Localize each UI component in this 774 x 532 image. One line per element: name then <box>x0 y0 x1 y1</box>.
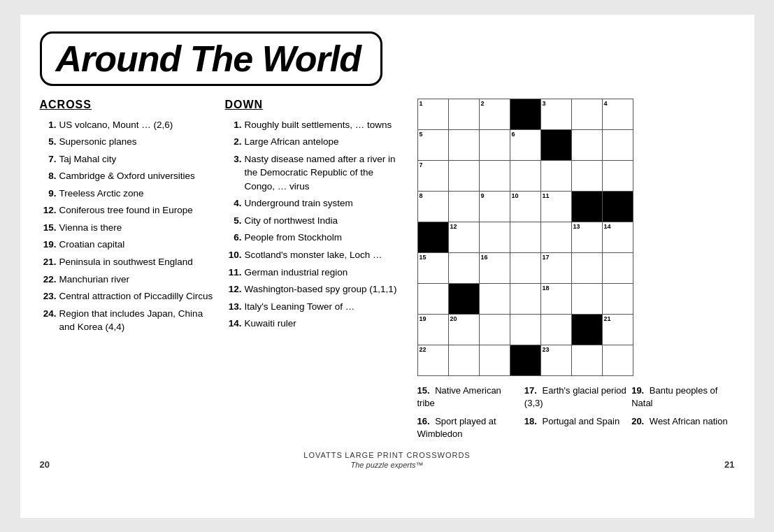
grid-cell[interactable] <box>540 160 571 191</box>
below-clue-18: 18. Portugal and Spain <box>524 415 627 440</box>
grid-cell[interactable] <box>479 222 510 252</box>
down-clue-12: 12. Washington-based spy group (1,1,1) <box>225 282 403 296</box>
across-clue-15: 15. Vienna is there <box>40 221 218 235</box>
grid-cell[interactable] <box>479 345 510 375</box>
below-clue-15: 15. Native American tribe <box>417 384 520 410</box>
grid-cell[interactable] <box>479 314 510 345</box>
grid-cell[interactable]: 19 <box>417 314 448 345</box>
across-clue-21: 21. Peninsula in southwest England <box>40 255 218 269</box>
across-heading: ACROSS <box>40 99 218 111</box>
grid-cell[interactable] <box>448 129 479 160</box>
grid-cell[interactable]: 17 <box>540 252 571 283</box>
grid-cell[interactable] <box>448 283 479 314</box>
grid-cell[interactable] <box>510 283 540 314</box>
grid-cell[interactable]: 15 <box>417 252 448 283</box>
grid-cell[interactable] <box>448 252 479 283</box>
grid-cell[interactable]: 9 <box>479 191 510 222</box>
grid-cell[interactable]: 7 <box>417 160 448 191</box>
grid-cell[interactable]: 20 <box>448 314 479 345</box>
below-clue-17: 17. Earth's glacial period (3,3) <box>524 384 627 410</box>
grid-cell[interactable]: 13 <box>571 222 602 252</box>
down-clue-1: 1. Roughly built settlements, … towns <box>225 118 403 132</box>
down-heading: DOWN <box>225 99 403 111</box>
down-clue-5: 5. City of northwest India <box>225 214 403 228</box>
grid-cell[interactable] <box>510 314 540 345</box>
across-clue-5: 5. Supersonic planes <box>40 135 218 149</box>
grid-cell[interactable]: 18 <box>540 283 571 314</box>
grid-cell[interactable] <box>510 345 540 375</box>
grid-cell[interactable] <box>540 129 571 160</box>
grid-cell[interactable]: 23 <box>540 345 571 375</box>
page-title: Around The World <box>56 38 361 79</box>
grid-cell[interactable]: 2 <box>479 99 510 129</box>
below-clue-19: 19. Bantu peoples of Natal <box>631 384 734 410</box>
across-clue-12: 12. Coniferous tree found in Europe <box>40 203 218 217</box>
across-clue-22: 22. Manchurian river <box>40 273 218 287</box>
grid-cell[interactable] <box>602 191 633 222</box>
below-grid-clues: 15. Native American tribe 17. Earth's gl… <box>417 384 735 441</box>
grid-cell[interactable] <box>479 283 510 314</box>
grid-cell[interactable]: 16 <box>479 252 510 283</box>
grid-cell[interactable] <box>571 191 602 222</box>
footer-right-page: 21 <box>724 459 734 470</box>
grid-cell[interactable]: 21 <box>602 314 633 345</box>
grid-cell[interactable] <box>540 222 571 252</box>
grid-cell[interactable] <box>448 191 479 222</box>
grid-cell[interactable] <box>602 345 633 375</box>
down-clue-11: 11. German industrial region <box>225 266 403 280</box>
grid-cell[interactable]: 6 <box>510 129 540 160</box>
grid-cell[interactable] <box>510 99 540 129</box>
grid-cell[interactable]: 11 <box>540 191 571 222</box>
grid-cell[interactable] <box>510 222 540 252</box>
across-clue-7: 7. Taj Mahal city <box>40 152 218 166</box>
grid-cell[interactable] <box>448 345 479 375</box>
grid-cell[interactable] <box>417 222 448 252</box>
footer-tagline: The puzzle experts™ <box>351 461 424 469</box>
across-clue-24: 24. Region that includes Japan, China an… <box>40 307 218 334</box>
grid-cell[interactable]: 8 <box>417 191 448 222</box>
grid-cell[interactable] <box>571 345 602 375</box>
across-clue-8: 8. Cambridge & Oxford universities <box>40 169 218 183</box>
grid-cell[interactable] <box>571 283 602 314</box>
grid-cell[interactable] <box>602 252 633 283</box>
grid-cell[interactable]: 4 <box>602 99 633 129</box>
title-box: Around The World <box>40 31 383 86</box>
down-clue-4: 4. Underground train system <box>225 196 403 210</box>
crossword-grid: 1234567891011121314151617181920212223 <box>417 99 633 376</box>
grid-cell[interactable] <box>448 99 479 129</box>
grid-cell[interactable] <box>571 129 602 160</box>
down-clue-3: 3. Nasty disease named after a river in … <box>225 152 403 194</box>
down-clue-10: 10. Scotland's monster lake, Loch … <box>225 248 403 262</box>
grid-cell[interactable]: 5 <box>417 129 448 160</box>
grid-cell[interactable] <box>540 314 571 345</box>
across-clue-9: 9. Treeless Arctic zone <box>40 187 218 201</box>
grid-cell[interactable] <box>510 160 540 191</box>
grid-cell[interactable] <box>448 160 479 191</box>
grid-cell[interactable]: 14 <box>602 222 633 252</box>
grid-cell[interactable]: 3 <box>540 99 571 129</box>
across-clue-1: 1. US volcano, Mount … (2,6) <box>40 118 218 132</box>
grid-cell[interactable]: 10 <box>510 191 540 222</box>
grid-cell[interactable] <box>479 160 510 191</box>
grid-cell[interactable]: 1 <box>417 99 448 129</box>
content-area: ACROSS 1. US volcano, Mount … (2,6) 5. S… <box>40 99 735 441</box>
across-column: ACROSS 1. US volcano, Mount … (2,6) 5. S… <box>40 99 225 441</box>
grid-cell[interactable] <box>417 283 448 314</box>
grid-cell[interactable] <box>510 252 540 283</box>
grid-cell[interactable] <box>602 129 633 160</box>
grid-cell[interactable] <box>571 99 602 129</box>
grid-cell[interactable] <box>602 160 633 191</box>
grid-cell[interactable] <box>571 160 602 191</box>
down-clue-6: 6. People from Stockholm <box>225 231 403 245</box>
grid-cell[interactable] <box>479 129 510 160</box>
clues-section: ACROSS 1. US volcano, Mount … (2,6) 5. S… <box>40 99 410 441</box>
grid-cell[interactable] <box>571 314 602 345</box>
grid-cell[interactable]: 12 <box>448 222 479 252</box>
below-clue-20: 20. West African nation <box>631 415 734 440</box>
grid-cell[interactable]: 22 <box>417 345 448 375</box>
grid-cell[interactable] <box>602 283 633 314</box>
footer: 20 LOVATTS LARGE PRINT CROSSWORDS The pu… <box>40 450 735 470</box>
across-clue-19: 19. Croatian capital <box>40 238 218 252</box>
grid-cell[interactable] <box>571 252 602 283</box>
down-clue-14: 14. Kuwaiti ruler <box>225 317 403 331</box>
